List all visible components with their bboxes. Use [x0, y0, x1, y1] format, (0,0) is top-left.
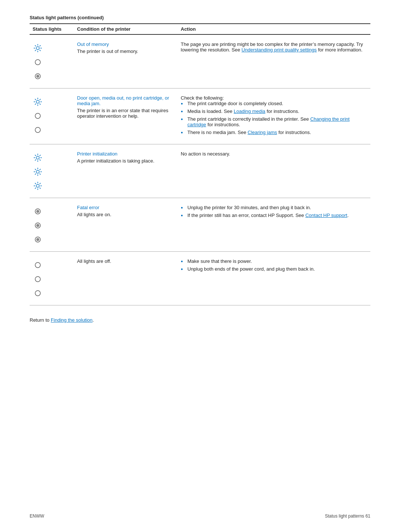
svg-point-41 — [36, 184, 39, 187]
svg-point-56 — [35, 262, 40, 268]
condition-title: Door open, media out, no print cartridge… — [77, 95, 175, 106]
condition-desc: A printer initialization is taking place… — [77, 158, 154, 164]
on-light-icon — [34, 73, 41, 80]
light-item — [33, 206, 43, 217]
lights-column — [33, 95, 71, 135]
finding-solution-link[interactable]: Finding the solution — [51, 317, 93, 323]
svg-line-39 — [40, 169, 41, 170]
sun-light-icon — [33, 153, 43, 163]
lights-column — [33, 205, 71, 245]
page-footer: ENWW Status light patterns 61 — [30, 513, 370, 519]
page-title: Status light patterns (continued) — [30, 15, 370, 20]
table-header-row: Status lights Condition of the printer A… — [30, 24, 370, 34]
lights-cell — [30, 252, 74, 305]
svg-point-9 — [35, 60, 40, 65]
light-item — [33, 234, 43, 245]
contact-hp-support-link[interactable]: Contact HP support — [305, 213, 347, 218]
svg-point-11 — [36, 75, 39, 78]
action-cell: Check the following:The print cartridge … — [178, 88, 370, 144]
svg-line-31 — [35, 160, 36, 161]
status-table: Status lights Condition of the printer A… — [30, 23, 370, 305]
understanding-print-quality-link[interactable]: Understanding print quality settings — [241, 47, 317, 53]
action-bullet: The print cartridge door is completely c… — [181, 101, 367, 106]
return-line: Return to Finding the solution. — [30, 317, 370, 323]
svg-line-5 — [35, 45, 36, 46]
action-cell: Make sure that there is power.Unplug bot… — [178, 252, 370, 305]
table-row: All lights are off.Make sure that there … — [30, 252, 370, 305]
col-header-condition: Condition of the printer — [74, 24, 178, 34]
lights-cell — [30, 198, 74, 252]
on-light-icon — [34, 236, 41, 243]
svg-line-30 — [40, 155, 41, 156]
svg-line-37 — [35, 169, 36, 170]
action-bullet: Media is loaded. See Loading media for i… — [181, 108, 367, 114]
off-light-icon — [34, 112, 41, 120]
light-item — [33, 153, 43, 163]
sun-light-icon — [33, 181, 43, 191]
condition-cell: Out of memoryThe printer is out of memor… — [74, 34, 178, 88]
light-item — [33, 71, 43, 81]
off-light-icon — [34, 261, 41, 269]
loading-media-link[interactable]: Loading media — [234, 108, 265, 114]
lights-column — [33, 41, 71, 81]
condition-cell: Door open, media out, no print cartridge… — [74, 88, 178, 144]
svg-line-20 — [35, 104, 36, 105]
action-bullet: There is no media jam. See Clearing jams… — [181, 130, 367, 135]
light-item — [33, 274, 43, 284]
light-item — [33, 181, 43, 191]
svg-point-51 — [36, 210, 39, 213]
condition-title: Out of memory — [77, 41, 175, 47]
action-cell: The page you are printing might be too c… — [178, 34, 370, 88]
changing-cartridge-link[interactable]: Changing the print cartridge — [187, 116, 350, 127]
on-light-icon — [34, 208, 41, 215]
svg-point-12 — [36, 100, 39, 103]
svg-line-28 — [35, 155, 36, 156]
condition-desc: The printer is out of memory. — [77, 48, 138, 54]
svg-line-7 — [40, 45, 41, 46]
action-bullet: Unplug the printer for 30 minutes, and t… — [181, 205, 367, 210]
table-row: Out of memoryThe printer is out of memor… — [30, 34, 370, 88]
sun-light-icon — [33, 167, 43, 177]
action-text: No action is necessary. — [181, 151, 230, 157]
return-text: Return to — [30, 317, 51, 323]
svg-line-8 — [35, 50, 36, 51]
action-list: Make sure that there is power.Unplug bot… — [181, 258, 367, 272]
condition-desc: The printer is in an error state that re… — [77, 108, 168, 119]
svg-point-0 — [36, 47, 39, 50]
lights-cell — [30, 34, 74, 88]
svg-point-53 — [36, 224, 39, 227]
return-suffix: . — [93, 317, 94, 323]
action-bullet: If the printer still has an error, conta… — [181, 213, 367, 218]
svg-point-55 — [36, 238, 39, 241]
off-light-icon — [34, 290, 41, 297]
on-light-icon — [34, 222, 41, 229]
clearing-jams-link[interactable]: Clearing jams — [248, 130, 277, 135]
action-text: The page you are printing might be too c… — [181, 41, 363, 53]
action-list: The print cartridge door is completely c… — [181, 101, 367, 135]
light-item — [33, 43, 43, 53]
svg-line-46 — [35, 183, 36, 184]
lights-column — [33, 258, 71, 298]
off-light-icon — [34, 126, 41, 134]
svg-line-6 — [40, 50, 41, 51]
condition-title: Fatal error — [77, 205, 175, 210]
svg-point-32 — [36, 170, 39, 173]
svg-line-40 — [35, 174, 36, 175]
svg-line-18 — [40, 104, 41, 105]
footer-right: Status light patterns 61 — [325, 513, 370, 519]
svg-line-19 — [40, 99, 41, 100]
condition-desc: All lights are on. — [77, 212, 111, 217]
action-intro: Check the following: — [181, 95, 224, 101]
light-item — [33, 288, 43, 298]
sun-light-icon — [33, 97, 43, 107]
action-list: Unplug the printer for 30 minutes, and t… — [181, 205, 367, 218]
action-bullet: Make sure that there is power. — [181, 258, 367, 264]
svg-line-38 — [40, 174, 41, 175]
svg-line-29 — [40, 160, 41, 161]
svg-point-21 — [35, 113, 40, 118]
action-bullet: Unplug both ends of the power cord, and … — [181, 266, 367, 272]
action-bullet: The print cartridge is correctly install… — [181, 116, 367, 127]
condition-title: Printer initialization — [77, 151, 175, 157]
footer-left: ENWW — [30, 513, 44, 519]
action-cell: No action is necessary. — [178, 144, 370, 198]
